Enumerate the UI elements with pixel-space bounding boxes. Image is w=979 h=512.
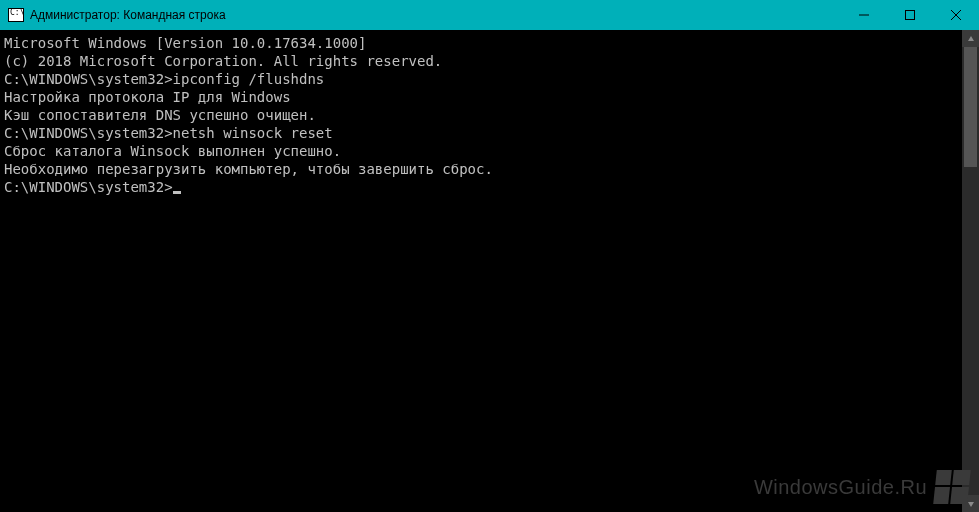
svg-marker-4 [968,36,974,41]
console-output[interactable]: Microsoft Windows [Version 10.0.17634.10… [0,30,979,512]
command-prompt-window: Администратор: Командная строка Microsof… [0,0,979,512]
console-line: Кэш сопоставителя DNS успешно очищен. [4,106,975,124]
scrollbar-track[interactable] [962,47,979,495]
console-line: C:\WINDOWS\system32>netsh winsock reset [4,124,975,142]
console-line: C:\WINDOWS\system32>ipconfig /flushdns [4,70,975,88]
scroll-up-button[interactable] [962,30,979,47]
text-cursor [173,191,181,194]
titlebar[interactable]: Администратор: Командная строка [0,0,979,30]
close-button[interactable] [933,0,979,30]
scroll-down-button[interactable] [962,495,979,512]
minimize-button[interactable] [841,0,887,30]
console-line: Настройка протокола IP для Windows [4,88,975,106]
svg-rect-1 [906,11,915,20]
cmd-icon [8,8,24,22]
svg-marker-5 [968,502,974,507]
console-line: C:\WINDOWS\system32> [4,178,975,196]
console-line: (c) 2018 Microsoft Corporation. All righ… [4,52,975,70]
window-controls [841,0,979,30]
console-line: Сброс каталога Winsock выполнен успешно. [4,142,975,160]
console-line: Microsoft Windows [Version 10.0.17634.10… [4,34,975,52]
scrollbar-thumb[interactable] [964,47,977,167]
window-title: Администратор: Командная строка [30,8,226,22]
console-line: Необходимо перезагрузить компьютер, чтоб… [4,160,975,178]
maximize-button[interactable] [887,0,933,30]
vertical-scrollbar[interactable] [962,30,979,512]
